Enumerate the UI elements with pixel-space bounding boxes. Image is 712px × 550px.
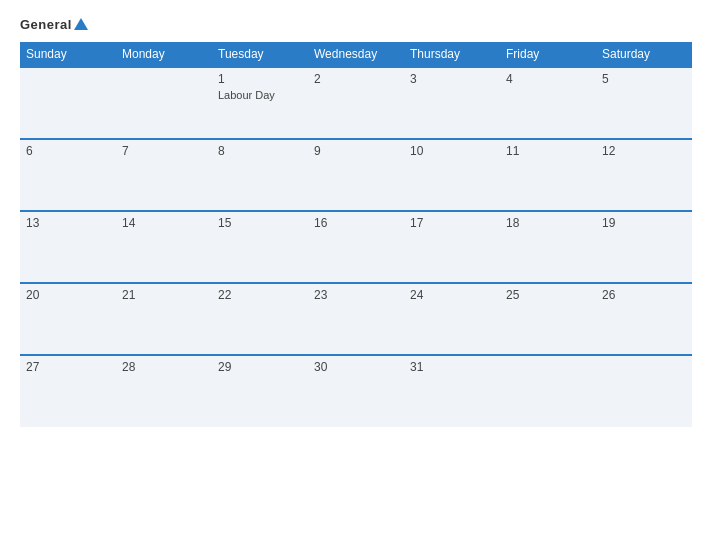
weekday-header: Friday	[500, 42, 596, 67]
day-number: 27	[26, 360, 110, 374]
day-number: 3	[410, 72, 494, 86]
calendar-cell: 25	[500, 283, 596, 355]
calendar-week-row: 20212223242526	[20, 283, 692, 355]
day-number: 2	[314, 72, 398, 86]
page: General SundayMondayTuesdayWednesdayThur…	[0, 0, 712, 550]
day-number: 8	[218, 144, 302, 158]
calendar-cell: 20	[20, 283, 116, 355]
calendar-cell: 26	[596, 283, 692, 355]
day-number: 1	[218, 72, 302, 86]
calendar-cell: 4	[500, 67, 596, 139]
calendar-cell: 22	[212, 283, 308, 355]
calendar-week-row: 13141516171819	[20, 211, 692, 283]
day-number: 23	[314, 288, 398, 302]
calendar-week-row: 1Labour Day2345	[20, 67, 692, 139]
weekday-header-row: SundayMondayTuesdayWednesdayThursdayFrid…	[20, 42, 692, 67]
calendar-cell: 7	[116, 139, 212, 211]
weekday-header: Sunday	[20, 42, 116, 67]
day-number: 22	[218, 288, 302, 302]
calendar-cell: 16	[308, 211, 404, 283]
day-number: 11	[506, 144, 590, 158]
day-number: 15	[218, 216, 302, 230]
calendar-cell: 28	[116, 355, 212, 427]
day-number: 19	[602, 216, 686, 230]
calendar-cell: 15	[212, 211, 308, 283]
day-number: 13	[26, 216, 110, 230]
day-number: 6	[26, 144, 110, 158]
day-number: 20	[26, 288, 110, 302]
day-number: 14	[122, 216, 206, 230]
calendar-cell: 31	[404, 355, 500, 427]
day-number: 17	[410, 216, 494, 230]
calendar-cell	[116, 67, 212, 139]
calendar-cell: 29	[212, 355, 308, 427]
calendar-cell	[20, 67, 116, 139]
day-number: 30	[314, 360, 398, 374]
calendar-cell: 14	[116, 211, 212, 283]
calendar-cell: 30	[308, 355, 404, 427]
calendar-cell: 17	[404, 211, 500, 283]
calendar-cell: 13	[20, 211, 116, 283]
weekday-header: Tuesday	[212, 42, 308, 67]
day-number: 31	[410, 360, 494, 374]
day-number: 16	[314, 216, 398, 230]
day-number: 28	[122, 360, 206, 374]
calendar-table: SundayMondayTuesdayWednesdayThursdayFrid…	[20, 42, 692, 427]
weekday-header: Monday	[116, 42, 212, 67]
day-number: 7	[122, 144, 206, 158]
weekday-header: Thursday	[404, 42, 500, 67]
calendar-cell: 18	[500, 211, 596, 283]
calendar-cell: 12	[596, 139, 692, 211]
calendar-cell: 10	[404, 139, 500, 211]
day-number: 18	[506, 216, 590, 230]
day-number: 24	[410, 288, 494, 302]
day-number: 21	[122, 288, 206, 302]
calendar-cell: 5	[596, 67, 692, 139]
day-number: 5	[602, 72, 686, 86]
calendar-week-row: 2728293031	[20, 355, 692, 427]
calendar-week-row: 6789101112	[20, 139, 692, 211]
calendar-cell: 27	[20, 355, 116, 427]
logo-general-text: General	[20, 18, 88, 32]
calendar-cell: 2	[308, 67, 404, 139]
weekday-header: Saturday	[596, 42, 692, 67]
calendar-cell: 6	[20, 139, 116, 211]
day-number: 12	[602, 144, 686, 158]
day-number: 9	[314, 144, 398, 158]
calendar-cell: 8	[212, 139, 308, 211]
logo: General	[20, 18, 88, 32]
calendar-cell: 11	[500, 139, 596, 211]
day-number: 26	[602, 288, 686, 302]
calendar-cell: 21	[116, 283, 212, 355]
calendar-cell: 9	[308, 139, 404, 211]
calendar-cell: 19	[596, 211, 692, 283]
calendar-cell: 24	[404, 283, 500, 355]
calendar-cell	[596, 355, 692, 427]
calendar-cell	[500, 355, 596, 427]
header: General	[20, 18, 692, 32]
day-number: 29	[218, 360, 302, 374]
day-event: Labour Day	[218, 89, 275, 101]
calendar-cell: 3	[404, 67, 500, 139]
day-number: 25	[506, 288, 590, 302]
weekday-header: Wednesday	[308, 42, 404, 67]
calendar-cell: 1Labour Day	[212, 67, 308, 139]
day-number: 4	[506, 72, 590, 86]
calendar-cell: 23	[308, 283, 404, 355]
day-number: 10	[410, 144, 494, 158]
logo-triangle-icon	[74, 18, 88, 30]
